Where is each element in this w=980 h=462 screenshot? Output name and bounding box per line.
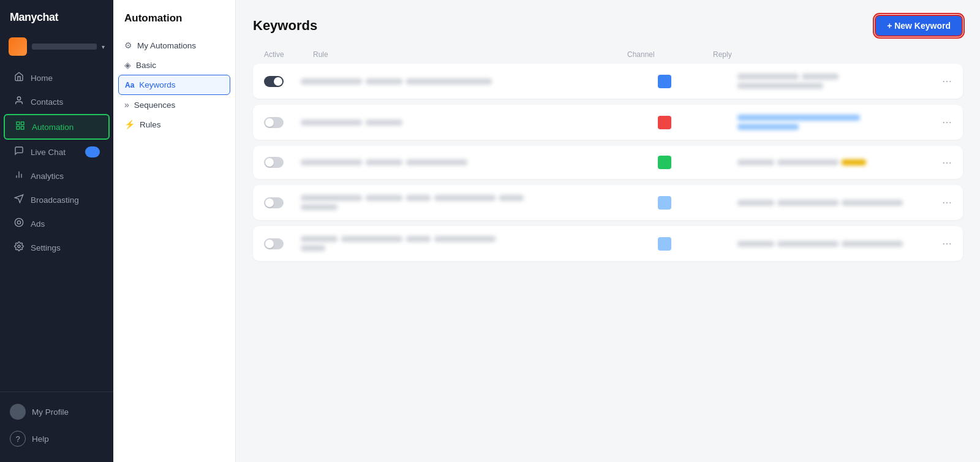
sidebar-item-contacts[interactable]: Contacts — [4, 90, 110, 113]
account-avatar — [9, 37, 27, 56]
sub-nav-label: My Automations — [137, 41, 196, 50]
blur-text — [802, 74, 839, 80]
table-row: ⋯ — [253, 105, 963, 140]
row-more-button[interactable]: ⋯ — [927, 238, 952, 249]
blur-text — [366, 195, 402, 201]
sub-nav-basic[interactable]: ◈ Basic — [113, 55, 235, 75]
svg-rect-1 — [17, 122, 20, 125]
row-rule — [301, 159, 652, 165]
svg-point-11 — [17, 221, 20, 224]
row-toggle[interactable] — [264, 76, 284, 87]
sidebar-item-livechat[interactable]: Live Chat — [4, 140, 110, 164]
blur-text — [434, 195, 496, 201]
blur-text — [842, 200, 903, 206]
sidebar-item-label: Automation — [32, 123, 74, 132]
row-more-button[interactable]: ⋯ — [927, 157, 952, 169]
row-more-button[interactable]: ⋯ — [927, 75, 952, 87]
row-toggle[interactable] — [264, 197, 284, 208]
row-toggle[interactable] — [264, 157, 284, 168]
page-header: Keywords + New Keyword — [253, 15, 963, 37]
brand-logo: Manychat — [10, 11, 58, 24]
row-reply — [737, 241, 921, 247]
row-rule — [301, 119, 652, 126]
sequences-icon: » — [124, 100, 129, 110]
sidebar-item-label: Contacts — [31, 97, 63, 107]
svg-rect-4 — [17, 126, 20, 129]
sub-nav-keywords[interactable]: Aa Keywords — [118, 75, 230, 95]
sub-nav-rules[interactable]: ⚡ Rules — [113, 115, 235, 134]
row-toggle[interactable] — [264, 117, 284, 128]
row-reply — [737, 74, 921, 89]
svg-point-0 — [17, 97, 20, 100]
blur-text — [406, 159, 467, 165]
sub-nav-label: Rules — [140, 120, 161, 129]
blur-text — [842, 241, 903, 247]
blur-text — [406, 236, 431, 242]
table-row: ⋯ — [253, 64, 963, 99]
header-channel: Channel — [627, 50, 707, 59]
help-item[interactable]: ? Help — [0, 425, 113, 452]
sub-sidebar: Automation ⚙ My Automations ◈ Basic Aa K… — [113, 0, 236, 462]
sidebar-item-analytics[interactable]: Analytics — [4, 164, 110, 187]
row-channel — [658, 237, 731, 251]
sidebar-item-settings[interactable]: Settings — [4, 236, 110, 259]
row-channel — [658, 75, 731, 88]
sidebar-item-label: Ads — [31, 219, 45, 229]
sidebar-item-label: Settings — [31, 243, 61, 252]
header-reply: Reply — [713, 50, 921, 59]
sidebar-item-automation[interactable]: Automation — [4, 114, 110, 140]
rules-icon: ⚡ — [124, 119, 135, 129]
sub-nav-sequences[interactable]: » Sequences — [113, 95, 235, 115]
channel-icon — [658, 237, 671, 251]
blur-text — [366, 119, 402, 126]
sidebar-item-ads[interactable]: Ads — [4, 212, 110, 235]
blur-text — [406, 78, 492, 85]
sidebar-item-label: Live Chat — [31, 148, 66, 157]
blur-text — [777, 159, 839, 165]
ads-icon — [13, 218, 24, 230]
sub-sidebar-title: Automation — [113, 12, 235, 36]
table-header: Active Rule Channel Reply — [253, 50, 963, 64]
account-switcher[interactable]: ▾ — [0, 32, 113, 63]
table-row: ⋯ — [253, 185, 963, 220]
svg-point-12 — [18, 245, 20, 248]
basic-icon: ◈ — [124, 60, 131, 70]
keywords-icon: Aa — [125, 81, 134, 89]
row-more-button[interactable]: ⋯ — [927, 116, 952, 128]
my-automations-icon: ⚙ — [124, 40, 132, 50]
row-rule — [301, 78, 652, 85]
blur-text — [301, 159, 362, 165]
blur-text — [301, 236, 337, 242]
blur-text — [777, 200, 839, 206]
sidebar-item-home[interactable]: Home — [4, 66, 110, 89]
sidebar: Manychat ▾ Home Contacts Automation — [0, 0, 113, 462]
sub-nav-my-automations[interactable]: ⚙ My Automations — [113, 36, 235, 55]
blur-text — [406, 195, 431, 201]
header-rule: Rule — [313, 50, 621, 59]
blur-text — [737, 115, 860, 121]
profile-label: My Profile — [32, 407, 69, 417]
help-label: Help — [32, 434, 49, 444]
settings-icon — [13, 241, 24, 254]
row-reply — [737, 200, 921, 206]
svg-rect-5 — [88, 147, 97, 156]
sidebar-item-label: Broadcasting — [31, 195, 79, 205]
row-more-button[interactable]: ⋯ — [927, 197, 952, 208]
blur-text — [301, 78, 362, 85]
blur-text — [366, 159, 402, 165]
svg-rect-3 — [21, 126, 24, 129]
channel-icon — [658, 156, 671, 169]
row-toggle[interactable] — [264, 238, 284, 249]
table-row: ⋯ — [253, 226, 963, 261]
svg-point-10 — [15, 218, 23, 226]
header-active: Active — [264, 50, 307, 59]
blur-text — [301, 195, 362, 201]
blur-text — [301, 245, 325, 251]
sidebar-item-label: Analytics — [31, 172, 64, 181]
new-keyword-button[interactable]: + New Keyword — [875, 15, 963, 37]
row-channel — [658, 116, 731, 129]
my-profile-item[interactable]: My Profile — [0, 398, 113, 425]
sidebar-item-broadcasting[interactable]: Broadcasting — [4, 188, 110, 211]
blur-text — [842, 159, 866, 165]
home-icon — [13, 72, 24, 84]
